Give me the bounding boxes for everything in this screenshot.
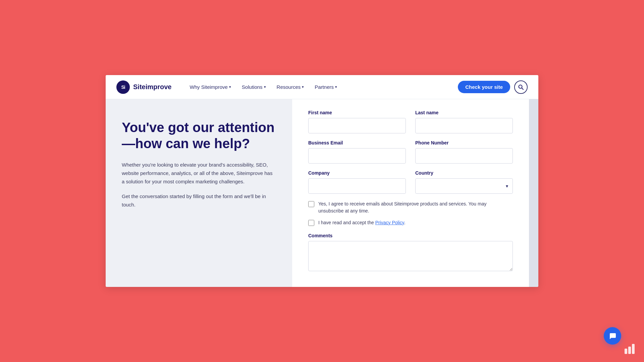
email-consent-checkbox[interactable]: [308, 201, 314, 207]
privacy-policy-link[interactable]: Privacy Policy: [375, 220, 404, 225]
check-your-site-button[interactable]: Check your site: [458, 81, 510, 93]
page-heading: You've got our attention—how can we help…: [122, 119, 276, 152]
chat-button[interactable]: [604, 327, 621, 345]
navbar: Si Siteimprove Why Siteimprove ▾ Solutio…: [106, 75, 538, 99]
email-consent-label: Yes, I agree to receive emails about Sit…: [318, 200, 513, 215]
sidebar-decoration: [529, 99, 538, 287]
nav-actions: Check your site: [458, 80, 528, 94]
nav-item-resources[interactable]: Resources ▾: [272, 81, 309, 93]
contact-form: First name Last name Business Email Phon…: [292, 99, 529, 287]
svg-line-1: [522, 88, 524, 89]
phone-number-input[interactable]: [415, 148, 513, 164]
business-email-input[interactable]: [308, 148, 406, 164]
country-select[interactable]: United States United Kingdom Canada: [415, 178, 513, 194]
business-email-label: Business Email: [308, 140, 406, 145]
search-button[interactable]: [514, 80, 528, 94]
last-name-label: Last name: [415, 110, 513, 115]
first-name-group: First name: [308, 110, 406, 133]
nav-item-partners[interactable]: Partners ▾: [310, 81, 342, 93]
chat-icon: [608, 332, 616, 340]
bar-2: [628, 347, 631, 354]
company-label: Company: [308, 170, 406, 176]
nav-item-solutions[interactable]: Solutions ▾: [237, 81, 271, 93]
company-group: Company: [308, 170, 406, 194]
chevron-down-icon: ▾: [264, 85, 266, 89]
form-grid-top: First name Last name Business Email Phon…: [308, 110, 513, 194]
checkbox-item-email-consent: Yes, I agree to receive emails about Sit…: [308, 200, 513, 215]
main-content: You've got our attention—how can we help…: [106, 99, 538, 287]
company-input[interactable]: [308, 178, 406, 194]
country-label: Country: [415, 170, 513, 176]
chevron-down-icon: ▾: [335, 85, 337, 89]
nav-items: Why Siteimprove ▾ Solutions ▾ Resources …: [185, 81, 458, 93]
brand-name: Siteimprove: [133, 83, 171, 91]
country-group: Country United States United Kingdom Can…: [415, 170, 513, 194]
chevron-down-icon: ▾: [302, 85, 304, 89]
last-name-input[interactable]: [415, 118, 513, 133]
paragraph-2: Get the conversation started by filling …: [122, 192, 276, 209]
checkbox-group: Yes, I agree to receive emails about Sit…: [308, 200, 513, 226]
stats-icon: [625, 344, 635, 354]
logo-icon: Si: [116, 80, 130, 94]
phone-number-group: Phone Number: [415, 140, 513, 164]
search-icon: [518, 84, 524, 90]
nav-item-why-siteimprove[interactable]: Why Siteimprove ▾: [185, 81, 235, 93]
comments-textarea[interactable]: [308, 241, 513, 271]
last-name-group: Last name: [415, 110, 513, 133]
comments-group: Comments: [308, 233, 513, 271]
checkbox-item-privacy: I have read and accept the Privacy Polic…: [308, 219, 513, 226]
paragraph-1: Whether you're looking to elevate your b…: [122, 161, 276, 186]
comments-label: Comments: [308, 233, 513, 238]
country-select-wrapper: United States United Kingdom Canada ▾: [415, 178, 513, 194]
privacy-policy-label: I have read and accept the Privacy Polic…: [318, 219, 406, 226]
phone-number-label: Phone Number: [415, 140, 513, 145]
logo[interactable]: Si Siteimprove: [116, 80, 171, 94]
left-panel: You've got our attention—how can we help…: [106, 99, 292, 287]
business-email-group: Business Email: [308, 140, 406, 164]
privacy-policy-checkbox[interactable]: [308, 220, 314, 226]
first-name-input[interactable]: [308, 118, 406, 133]
chevron-down-icon: ▾: [229, 85, 231, 89]
bar-1: [625, 349, 627, 354]
first-name-label: First name: [308, 110, 406, 115]
bar-3: [632, 344, 635, 354]
